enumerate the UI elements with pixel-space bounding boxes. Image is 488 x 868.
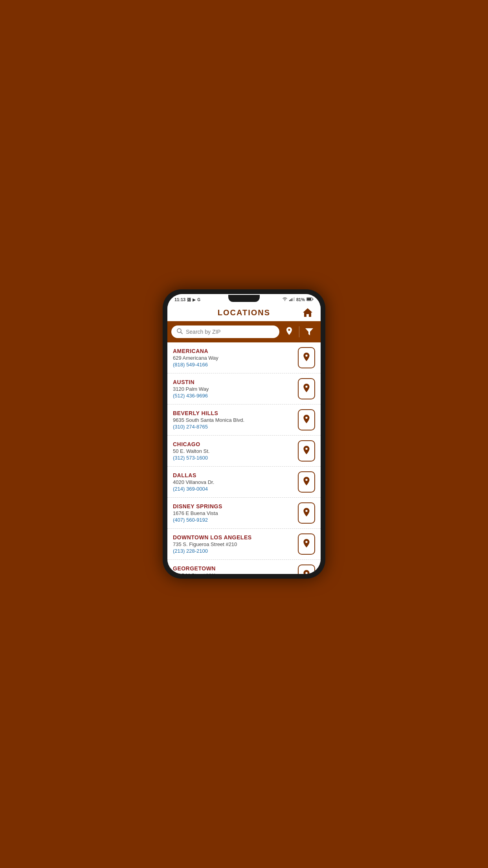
location-map-button[interactable]: [298, 502, 315, 524]
location-name: DISNEY SPRINGS: [173, 503, 294, 509]
location-name: DOWNTOWN LOS ANGELES: [173, 534, 294, 541]
svg-rect-1: [290, 299, 291, 301]
location-address: 629 Americana Way: [173, 355, 294, 361]
location-phone[interactable]: (214) 369-0004: [173, 486, 294, 492]
filter-button[interactable]: [302, 324, 317, 339]
locations-list: AMERICANA 629 Americana Way (818) 549-41…: [167, 342, 321, 574]
svg-rect-3: [293, 298, 294, 301]
list-item[interactable]: DISNEY SPRINGS 1676 E Buena Vista (407) …: [167, 498, 321, 529]
list-item[interactable]: CHICAGO 50 E. Walton St. (312) 573-1600: [167, 436, 321, 467]
wifi-icon: [282, 297, 288, 302]
location-address: 3015 M Street NW: [173, 572, 294, 574]
battery-text: 81%: [296, 297, 305, 302]
home-button[interactable]: [300, 305, 315, 320]
play-icon: ▶: [193, 298, 196, 302]
svg-rect-0: [289, 300, 290, 301]
toolbar-divider: [299, 326, 299, 337]
status-left: 11:13 🖼 ▶ G: [174, 297, 200, 302]
location-info: DISNEY SPRINGS 1676 E Buena Vista (407) …: [173, 503, 294, 523]
location-name: AUSTIN: [173, 379, 294, 385]
location-address: 50 E. Walton St.: [173, 448, 294, 454]
gps-location-button[interactable]: [282, 324, 297, 339]
search-input[interactable]: [186, 329, 274, 335]
search-icon: [177, 328, 183, 335]
list-item[interactable]: AMERICANA 629 Americana Way (818) 549-41…: [167, 342, 321, 373]
location-address: 9635 South Santa Monica Blvd.: [173, 417, 294, 423]
status-right: 81%: [282, 297, 314, 302]
svg-marker-8: [303, 308, 312, 317]
location-map-button[interactable]: [298, 471, 315, 493]
location-info: DOWNTOWN LOS ANGELES 735 S. Figueroa Str…: [173, 534, 294, 554]
location-info: GEORGETOWN 3015 M Street NW (202) 450-16…: [173, 565, 294, 574]
location-map-button[interactable]: [298, 347, 315, 368]
notch: [228, 295, 260, 302]
signal-icon: [289, 297, 295, 302]
status-time: 11:13: [174, 297, 185, 302]
location-address: 1676 E Buena Vista: [173, 510, 294, 516]
svg-rect-6: [307, 298, 311, 300]
location-address: 4020 Villanova Dr.: [173, 479, 294, 485]
location-map-button[interactable]: [298, 409, 315, 430]
location-phone[interactable]: (213) 228-2100: [173, 548, 294, 554]
location-info: AMERICANA 629 Americana Way (818) 549-41…: [173, 348, 294, 368]
list-item[interactable]: GEORGETOWN 3015 M Street NW (202) 450-16…: [167, 560, 321, 574]
list-item[interactable]: DALLAS 4020 Villanova Dr. (214) 369-0004: [167, 467, 321, 498]
photo-icon: 🖼: [187, 298, 191, 302]
location-map-button[interactable]: [298, 533, 315, 555]
search-input-wrap: [171, 326, 279, 338]
location-phone[interactable]: (312) 573-1600: [173, 455, 294, 461]
location-map-button[interactable]: [298, 565, 315, 574]
phone-frame: 11:13 🖼 ▶ G: [163, 289, 325, 579]
search-bar-row: [167, 321, 321, 342]
svg-line-10: [181, 332, 182, 334]
location-phone[interactable]: (818) 549-4166: [173, 362, 294, 368]
location-name: CHICAGO: [173, 441, 294, 447]
location-name: DALLAS: [173, 472, 294, 478]
location-phone[interactable]: (512) 436-9696: [173, 393, 294, 399]
location-phone[interactable]: (407) 560-9192: [173, 517, 294, 523]
svg-rect-4: [294, 297, 295, 301]
location-info: AUSTIN 3120 Palm Way (512) 436-9696: [173, 379, 294, 399]
svg-rect-2: [292, 298, 292, 301]
location-address: 735 S. Figueroa Street #210: [173, 541, 294, 547]
svg-rect-7: [313, 299, 314, 300]
g-icon: G: [197, 298, 200, 302]
svg-marker-11: [305, 328, 313, 335]
phone-screen: 11:13 🖼 ▶ G: [167, 294, 321, 574]
location-address: 3120 Palm Way: [173, 386, 294, 392]
location-map-button[interactable]: [298, 440, 315, 462]
list-item[interactable]: AUSTIN 3120 Palm Way (512) 436-9696: [167, 373, 321, 405]
battery-icon: [306, 297, 314, 302]
list-item[interactable]: BEVERLY HILLS 9635 South Santa Monica Bl…: [167, 405, 321, 436]
location-name: BEVERLY HILLS: [173, 410, 294, 416]
app-header: LOCATIONS: [167, 303, 321, 321]
location-info: BEVERLY HILLS 9635 South Santa Monica Bl…: [173, 410, 294, 430]
list-item[interactable]: DOWNTOWN LOS ANGELES 735 S. Figueroa Str…: [167, 529, 321, 560]
location-phone[interactable]: (310) 274-8765: [173, 424, 294, 430]
location-name: GEORGETOWN: [173, 565, 294, 572]
location-name: AMERICANA: [173, 348, 294, 354]
location-map-button[interactable]: [298, 378, 315, 399]
location-info: DALLAS 4020 Villanova Dr. (214) 369-0004: [173, 472, 294, 492]
location-info: CHICAGO 50 E. Walton St. (312) 573-1600: [173, 441, 294, 461]
page-title: LOCATIONS: [218, 308, 270, 317]
